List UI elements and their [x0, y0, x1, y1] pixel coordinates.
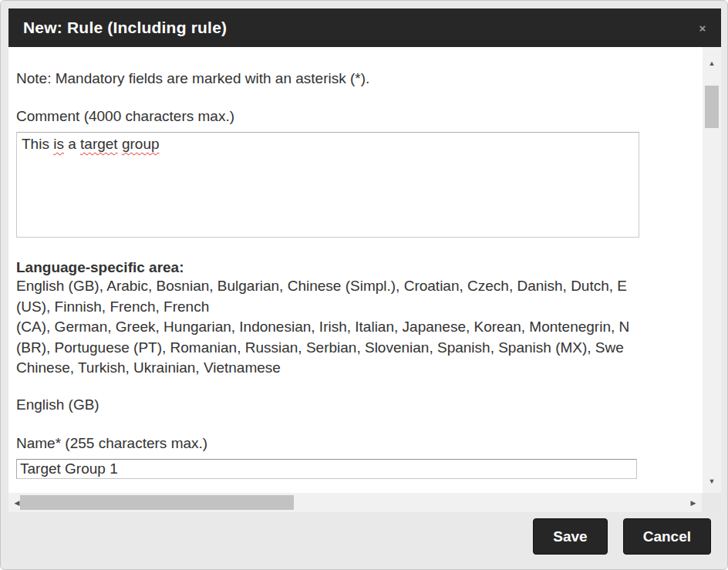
scroll-up-icon[interactable]: ▲: [703, 53, 721, 73]
comment-label: Comment (4000 characters max.): [16, 108, 703, 125]
dialog-content: Note: Mandatory fields are marked with a…: [8, 47, 721, 512]
name-label: Name* (255 characters max.): [16, 435, 703, 452]
comment-textarea[interactable]: This is a target group: [16, 132, 639, 238]
horizontal-scrollbar[interactable]: ◀ ▶: [8, 493, 702, 512]
language-list-line: Chinese, Turkish, Ukrainian, Vietnamese: [16, 358, 703, 379]
comment-text-segment: group: [122, 136, 160, 152]
scroll-down-icon[interactable]: ▼: [703, 471, 721, 491]
comment-text-segment: target: [80, 136, 118, 152]
vertical-scrollbar-thumb[interactable]: [705, 86, 719, 128]
name-input[interactable]: [16, 459, 637, 479]
dialog-footer: Save Cancel: [8, 518, 720, 563]
dialog-titlebar: New: Rule (Including rule) ×: [8, 8, 721, 47]
horizontal-scrollbar-thumb[interactable]: [20, 495, 294, 510]
comment-text-segment: a: [64, 136, 80, 152]
scrollbar-corner: [702, 493, 721, 512]
scroll-right-icon[interactable]: ▶: [685, 493, 702, 512]
dialog-title: New: Rule (Including rule): [8, 19, 227, 37]
comment-text-segment: This: [22, 136, 53, 152]
dialog-form: Note: Mandatory fields are marked with a…: [8, 47, 703, 493]
comment-text-segment: is: [53, 136, 64, 152]
selected-language-label: English (GB): [16, 396, 703, 413]
modal-window: New: Rule (Including rule) × Note: Manda…: [0, 0, 728, 570]
language-list-line: English (GB), Arabic, Bosnian, Bulgarian…: [16, 276, 703, 297]
vertical-scrollbar[interactable]: ▲ ▼: [703, 47, 721, 493]
language-area-heading: Language-specific area:: [16, 259, 703, 276]
language-list-line: (BR), Portuguese (PT), Romanian, Russian…: [16, 338, 703, 359]
cancel-button[interactable]: Cancel: [623, 518, 711, 555]
close-icon[interactable]: ×: [692, 8, 713, 47]
language-list-line: (US), Finnish, French, French: [16, 297, 703, 318]
mandatory-fields-note: Note: Mandatory fields are marked with a…: [16, 70, 703, 87]
save-button[interactable]: Save: [533, 518, 607, 555]
language-list-line: (CA), German, Greek, Hungarian, Indonesi…: [16, 317, 703, 338]
